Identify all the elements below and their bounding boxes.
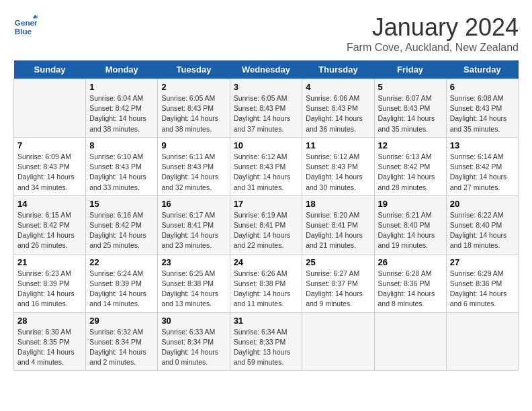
day-info: Sunrise: 6:21 AMSunset: 8:40 PMDaylight:…: [378, 210, 443, 251]
day-info: Sunrise: 6:25 AMSunset: 8:38 PMDaylight:…: [161, 269, 226, 310]
calendar-cell: 19 Sunrise: 6:21 AMSunset: 8:40 PMDaylig…: [374, 195, 446, 254]
weekday-header-wednesday: Wednesday: [230, 60, 302, 79]
subtitle: Farm Cove, Auckland, New Zealand: [347, 42, 519, 54]
weekday-header-tuesday: Tuesday: [158, 60, 230, 79]
day-number: 22: [89, 257, 154, 267]
day-number: 21: [17, 257, 82, 267]
calendar-cell: 6 Sunrise: 6:08 AMSunset: 8:43 PMDayligh…: [446, 79, 518, 138]
day-number: 28: [17, 316, 82, 326]
day-number: 11: [306, 140, 370, 150]
calendar-cell: 5 Sunrise: 6:07 AMSunset: 8:43 PMDayligh…: [374, 79, 446, 138]
weekday-header-monday: Monday: [86, 60, 158, 79]
day-number: 15: [89, 199, 154, 209]
day-number: 27: [450, 257, 515, 267]
day-number: 19: [378, 199, 443, 209]
title-section: January 2024 Farm Cove, Auckland, New Ze…: [347, 13, 519, 54]
calendar-cell: 12 Sunrise: 6:13 AMSunset: 8:42 PMDaylig…: [374, 137, 446, 195]
day-number: 1: [89, 82, 154, 92]
logo: General Blue: [13, 13, 38, 38]
day-info: Sunrise: 6:16 AMSunset: 8:42 PMDaylight:…: [89, 210, 154, 251]
calendar-week-row: 28 Sunrise: 6:30 AMSunset: 8:35 PMDaylig…: [14, 312, 519, 371]
day-info: Sunrise: 6:27 AMSunset: 8:37 PMDaylight:…: [306, 269, 370, 310]
calendar-cell: 14 Sunrise: 6:15 AMSunset: 8:42 PMDaylig…: [14, 195, 86, 254]
day-info: Sunrise: 6:24 AMSunset: 8:39 PMDaylight:…: [89, 269, 154, 310]
svg-text:General: General: [15, 18, 38, 27]
day-info: Sunrise: 6:14 AMSunset: 8:42 PMDaylight:…: [450, 152, 515, 193]
calendar-week-row: 14 Sunrise: 6:15 AMSunset: 8:42 PMDaylig…: [14, 195, 519, 254]
day-number: 3: [234, 82, 299, 92]
day-number: 5: [378, 82, 443, 92]
main-title: January 2024: [347, 13, 519, 42]
calendar-cell: 20 Sunrise: 6:22 AMSunset: 8:40 PMDaylig…: [446, 195, 518, 254]
calendar-cell: 1 Sunrise: 6:04 AMSunset: 8:42 PMDayligh…: [86, 79, 158, 138]
calendar-cell: 23 Sunrise: 6:25 AMSunset: 8:38 PMDaylig…: [158, 254, 230, 312]
calendar-cell: 16 Sunrise: 6:17 AMSunset: 8:41 PMDaylig…: [158, 195, 230, 254]
day-number: 29: [89, 316, 154, 326]
day-info: Sunrise: 6:06 AMSunset: 8:43 PMDaylight:…: [306, 93, 370, 134]
day-number: 14: [17, 199, 82, 209]
calendar-week-row: 7 Sunrise: 6:09 AMSunset: 8:43 PMDayligh…: [14, 137, 519, 195]
day-info: Sunrise: 6:09 AMSunset: 8:43 PMDaylight:…: [17, 152, 82, 193]
day-number: 23: [161, 257, 226, 267]
calendar-cell: 9 Sunrise: 6:11 AMSunset: 8:43 PMDayligh…: [158, 137, 230, 195]
day-info: Sunrise: 6:28 AMSunset: 8:36 PMDaylight:…: [378, 269, 443, 310]
calendar-cell: 8 Sunrise: 6:10 AMSunset: 8:43 PMDayligh…: [86, 137, 158, 195]
calendar-cell: 29 Sunrise: 6:32 AMSunset: 8:34 PMDaylig…: [86, 312, 158, 371]
calendar-cell: 13 Sunrise: 6:14 AMSunset: 8:42 PMDaylig…: [446, 137, 518, 195]
day-info: Sunrise: 6:11 AMSunset: 8:43 PMDaylight:…: [161, 152, 226, 193]
calendar-cell: 3 Sunrise: 6:05 AMSunset: 8:43 PMDayligh…: [230, 79, 302, 138]
day-number: 30: [161, 316, 226, 326]
day-info: Sunrise: 6:07 AMSunset: 8:43 PMDaylight:…: [378, 93, 443, 134]
day-number: 24: [234, 257, 299, 267]
day-number: 13: [450, 140, 515, 150]
day-number: 2: [161, 82, 226, 92]
day-info: Sunrise: 6:08 AMSunset: 8:43 PMDaylight:…: [450, 93, 515, 134]
day-number: 17: [234, 199, 299, 209]
day-number: 26: [378, 257, 443, 267]
calendar-cell: [446, 312, 518, 371]
day-info: Sunrise: 6:15 AMSunset: 8:42 PMDaylight:…: [17, 210, 82, 251]
day-number: 31: [234, 316, 299, 326]
calendar-cell: 31 Sunrise: 6:34 AMSunset: 8:33 PMDaylig…: [230, 312, 302, 371]
day-info: Sunrise: 6:12 AMSunset: 8:43 PMDaylight:…: [306, 152, 370, 193]
day-number: 8: [89, 140, 154, 150]
weekday-header-sunday: Sunday: [14, 60, 86, 79]
day-info: Sunrise: 6:34 AMSunset: 8:33 PMDaylight:…: [234, 327, 299, 368]
day-number: 18: [306, 199, 370, 209]
day-info: Sunrise: 6:20 AMSunset: 8:41 PMDaylight:…: [306, 210, 370, 251]
calendar-week-row: 21 Sunrise: 6:23 AMSunset: 8:39 PMDaylig…: [14, 254, 519, 312]
day-info: Sunrise: 6:10 AMSunset: 8:43 PMDaylight:…: [89, 152, 154, 193]
logo-icon: General Blue: [13, 13, 38, 38]
day-info: Sunrise: 6:23 AMSunset: 8:39 PMDaylight:…: [17, 269, 82, 310]
day-number: 9: [161, 140, 226, 150]
day-info: Sunrise: 6:32 AMSunset: 8:34 PMDaylight:…: [89, 327, 154, 368]
calendar-cell: 28 Sunrise: 6:30 AMSunset: 8:35 PMDaylig…: [14, 312, 86, 371]
calendar-table: SundayMondayTuesdayWednesdayThursdayFrid…: [13, 60, 519, 371]
calendar-cell: 30 Sunrise: 6:33 AMSunset: 8:34 PMDaylig…: [158, 312, 230, 371]
calendar-week-row: 1 Sunrise: 6:04 AMSunset: 8:42 PMDayligh…: [14, 79, 519, 138]
calendar-cell: 4 Sunrise: 6:06 AMSunset: 8:43 PMDayligh…: [302, 79, 374, 138]
calendar-cell: 10 Sunrise: 6:12 AMSunset: 8:43 PMDaylig…: [230, 137, 302, 195]
day-info: Sunrise: 6:05 AMSunset: 8:43 PMDaylight:…: [161, 93, 226, 134]
calendar-cell: 24 Sunrise: 6:26 AMSunset: 8:38 PMDaylig…: [230, 254, 302, 312]
day-info: Sunrise: 6:26 AMSunset: 8:38 PMDaylight:…: [234, 269, 299, 310]
calendar-cell: 18 Sunrise: 6:20 AMSunset: 8:41 PMDaylig…: [302, 195, 374, 254]
day-info: Sunrise: 6:22 AMSunset: 8:40 PMDaylight:…: [450, 210, 515, 251]
calendar-cell: 15 Sunrise: 6:16 AMSunset: 8:42 PMDaylig…: [86, 195, 158, 254]
day-number: 25: [306, 257, 370, 267]
calendar-cell: 26 Sunrise: 6:28 AMSunset: 8:36 PMDaylig…: [374, 254, 446, 312]
weekday-header-saturday: Saturday: [446, 60, 518, 79]
calendar-cell: [302, 312, 374, 371]
day-number: 10: [234, 140, 299, 150]
day-info: Sunrise: 6:17 AMSunset: 8:41 PMDaylight:…: [161, 210, 226, 251]
day-number: 6: [450, 82, 515, 92]
day-info: Sunrise: 6:33 AMSunset: 8:34 PMDaylight:…: [161, 327, 226, 368]
calendar-cell: 11 Sunrise: 6:12 AMSunset: 8:43 PMDaylig…: [302, 137, 374, 195]
day-number: 12: [378, 140, 443, 150]
day-info: Sunrise: 6:05 AMSunset: 8:43 PMDaylight:…: [234, 93, 299, 134]
day-info: Sunrise: 6:19 AMSunset: 8:41 PMDaylight:…: [234, 210, 299, 251]
day-info: Sunrise: 6:29 AMSunset: 8:36 PMDaylight:…: [450, 269, 515, 310]
calendar-cell: 7 Sunrise: 6:09 AMSunset: 8:43 PMDayligh…: [14, 137, 86, 195]
day-info: Sunrise: 6:04 AMSunset: 8:42 PMDaylight:…: [89, 93, 154, 134]
svg-text:Blue: Blue: [15, 27, 32, 36]
